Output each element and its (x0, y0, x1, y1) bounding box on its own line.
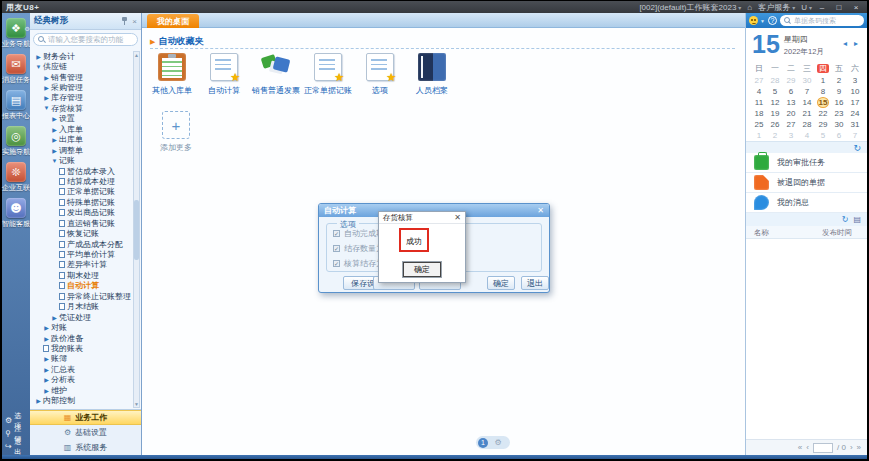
tree-item[interactable]: 发出商品记账 (30, 208, 133, 218)
calendar-day[interactable]: 28 (799, 119, 815, 130)
desktop-shortcut[interactable]: 其他入库单 (146, 53, 198, 96)
tree-item[interactable]: ▶ 跌价准备 (30, 333, 133, 343)
rail-footer-item[interactable]: ↪ 退出 (2, 440, 30, 453)
tree-item[interactable]: ▶ 出库单 (30, 135, 133, 145)
calendar-day[interactable]: 7 (847, 130, 863, 141)
quick-link-item[interactable]: 我的消息 (746, 193, 867, 213)
calendar-day[interactable]: 13 (783, 97, 799, 108)
calendar-day[interactable]: 1 (815, 75, 831, 86)
desktop-shortcut[interactable]: 选项 (354, 53, 406, 96)
search-input[interactable] (48, 35, 133, 44)
calendar-day[interactable]: 3 (847, 75, 863, 86)
tree-item[interactable]: ▶ 内部控制 (30, 395, 133, 405)
tree-scrollbar[interactable]: ▲▼ (133, 51, 140, 408)
tree-item[interactable]: 平均单价计算 (30, 249, 133, 259)
tree-item[interactable]: 恢复记账 (30, 228, 133, 238)
calendar-day[interactable]: 20 (783, 108, 799, 119)
tree-item[interactable]: ▶ 入库单 (30, 124, 133, 134)
calendar-day[interactable]: 22 (815, 108, 831, 119)
desktop-shortcut[interactable]: 销售普通发票 (250, 53, 302, 96)
tree-item[interactable]: 结算成本处理 (30, 176, 133, 186)
calendar-day[interactable]: 8 (815, 86, 831, 97)
scrollbar-thumb[interactable] (134, 200, 139, 260)
page-number-badge[interactable]: 1 (478, 438, 488, 448)
mood-icon[interactable] (749, 16, 758, 25)
desktop-shortcut[interactable]: 自动计算 (198, 53, 250, 96)
account-menu[interactable]: U (801, 3, 807, 12)
close-icon[interactable]: ✕ (454, 213, 461, 222)
calendar-day[interactable]: 29 (783, 75, 799, 86)
favorites-section-header[interactable]: ▶ 自动收藏夹 (150, 35, 203, 48)
calendar-day[interactable]: 16 (831, 97, 847, 108)
tree-item[interactable]: 月末结账 (30, 302, 133, 312)
prev-month-arrow[interactable]: ◂ (843, 39, 847, 48)
home-icon[interactable]: ⌂ (747, 3, 752, 12)
tree-item[interactable]: 特殊单据记账 (30, 197, 133, 207)
tree-item[interactable]: ▶ 凭证处理 (30, 312, 133, 322)
tree-item[interactable]: ▶ 库存管理 (30, 93, 133, 103)
function-search-box[interactable] (33, 33, 138, 46)
checkbox-checked-icon[interactable]: ✓ (333, 260, 340, 267)
calendar-day[interactable]: 17 (847, 97, 863, 108)
tree-item[interactable]: 差异率计算 (30, 260, 133, 270)
first-page-icon[interactable]: « (798, 443, 802, 452)
tree-item[interactable]: ▶ 调整单 (30, 145, 133, 155)
calendar-day[interactable]: 5 (767, 86, 783, 97)
calendar-day[interactable]: 30 (831, 119, 847, 130)
calendar-day[interactable]: 3 (783, 130, 799, 141)
barcode-search-input[interactable] (794, 17, 860, 24)
calendar-day[interactable]: 11 (751, 97, 767, 108)
dialog-button[interactable]: 确定 (487, 276, 515, 290)
barcode-search-box[interactable] (780, 15, 864, 26)
tree-item[interactable]: ▶ 账簿 (30, 354, 133, 364)
calendar-day[interactable]: 2 (831, 75, 847, 86)
calendar-day[interactable]: 30 (799, 75, 815, 86)
calendar-day[interactable]: 25 (751, 119, 767, 130)
tree-item[interactable]: ▶ 销售管理 (30, 72, 133, 82)
calendar-day[interactable]: 23 (831, 108, 847, 119)
nav-bottom-item[interactable]: ▥ 系统服务 (30, 440, 141, 455)
tree-item[interactable]: ▶ 设置 (30, 114, 133, 124)
refresh-icon[interactable]: ↻ (842, 215, 849, 224)
close-button[interactable]: × (849, 3, 863, 12)
tree-item[interactable]: ▼ 记账 (30, 155, 133, 165)
help-icon[interactable]: ? (768, 16, 777, 25)
chevron-down-icon[interactable]: ▾ (792, 4, 795, 11)
rail-item[interactable]: ❖⚙ 业务导航 (2, 18, 30, 49)
quick-link-item[interactable]: 我的审批任务 (746, 153, 867, 173)
customer-service-menu[interactable]: 客户服务 (758, 2, 790, 13)
calendar-day[interactable]: 14 (799, 97, 815, 108)
calendar-day[interactable]: 21 (799, 108, 815, 119)
chevron-down-icon[interactable]: ▾ (738, 4, 741, 11)
calendar-day[interactable]: 18 (751, 108, 767, 119)
tree-item[interactable]: 暂估成本录入 (30, 166, 133, 176)
calendar-day[interactable]: 1 (751, 130, 767, 141)
nav-bottom-item[interactable]: ⚙ 基础设置 (30, 425, 141, 440)
ok-button[interactable]: 确定 (403, 262, 441, 277)
tree-item[interactable]: 期末处理 (30, 270, 133, 280)
tree-item[interactable]: 我的账表 (30, 343, 133, 353)
tree-item[interactable]: ▶ 汇总表 (30, 364, 133, 374)
last-page-icon[interactable]: » (857, 443, 861, 452)
message-box-title-bar[interactable]: 存货核算 ✕ (379, 212, 465, 224)
rail-item[interactable]: ▤ 报表中心 (2, 90, 30, 121)
calendar-day[interactable]: 28 (767, 75, 783, 86)
dialog-button[interactable]: 退出 (521, 276, 549, 290)
nav-bottom-item[interactable]: ▦ 业务工作 (30, 410, 141, 425)
tree-item[interactable]: 自动计算 (30, 281, 133, 291)
calendar-day[interactable]: 29 (815, 119, 831, 130)
next-page-icon[interactable]: › (850, 443, 853, 452)
chevron-down-icon[interactable]: ▾ (809, 4, 812, 11)
calendar-day[interactable]: 2 (767, 130, 783, 141)
rail-item[interactable]: ◎ 实施导航 (2, 126, 30, 157)
refresh-icon[interactable]: ↻ (853, 143, 861, 153)
tree-item[interactable]: 产成品成本分配 (30, 239, 133, 249)
calendar-day[interactable]: 15 (817, 97, 829, 108)
rail-item[interactable]: ❊ 企业互联 (2, 162, 30, 193)
rail-item[interactable]: ☻ 智能客服 (2, 198, 30, 229)
desktop-shortcut[interactable]: 人员档案 (406, 53, 458, 96)
calendar-day[interactable]: 4 (799, 130, 815, 141)
checkbox-checked-icon[interactable]: ✓ (333, 230, 340, 237)
tree-item[interactable]: ▶ 维护 (30, 385, 133, 395)
tree-item[interactable]: ▼ 存货核算 (30, 103, 133, 113)
